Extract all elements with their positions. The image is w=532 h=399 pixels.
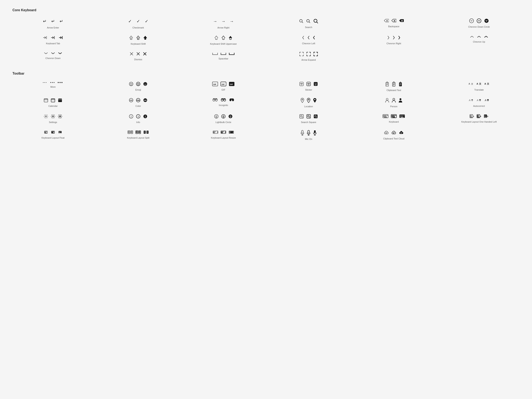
svg-rect-153 (307, 114, 310, 118)
svg-point-56 (143, 82, 147, 86)
translate-label: Translate (474, 88, 484, 91)
svg-point-200 (470, 115, 471, 116)
svg-point-55 (139, 83, 139, 84)
svg-point-245 (129, 132, 129, 133)
mic-on-label: Mic On (305, 138, 312, 140)
svg-line-152 (302, 117, 303, 118)
arrow-right-label: Arrow Right (217, 26, 229, 29)
svg-point-51 (130, 83, 131, 84)
svg-point-178 (392, 115, 392, 116)
arrow-right-icon-2: → (221, 18, 226, 24)
gif-icon-2: GIF (221, 82, 226, 86)
svg-point-70 (309, 83, 310, 84)
svg-point-277 (223, 132, 223, 132)
icon-group-chevron-up: Chevron Up (438, 35, 519, 45)
keyboard-layout-resize-icon-3 (228, 130, 234, 134)
spacebar-icon-1 (212, 52, 218, 55)
core-keyboard-title: Core Keyboard (13, 8, 519, 12)
svg-point-236 (60, 132, 60, 133)
svg-point-222 (45, 132, 46, 133)
more-icon-1 (43, 82, 48, 83)
icon-group-checkmark: ✓ ✓ ✓ Checkmark (98, 18, 179, 29)
svg-point-43 (46, 82, 47, 83)
incognito-icon-1 (212, 98, 218, 102)
chevron-down-circle-label: Chevron Down Circle (468, 25, 490, 28)
svg-point-263 (147, 131, 148, 132)
backspace-icon-3 (399, 18, 404, 23)
translate-icon-3: A文 (484, 82, 490, 86)
icon-row: → → → (212, 18, 235, 24)
svg-marker-23 (144, 36, 147, 38)
svg-point-191 (402, 115, 402, 116)
svg-point-122 (399, 98, 401, 100)
svg-point-134 (131, 115, 131, 116)
icon-row (44, 52, 62, 55)
svg-point-212 (484, 115, 485, 116)
person-icon-1 (385, 98, 389, 103)
arrow-right-icon-1: → (212, 18, 218, 24)
clipboard-text-cloud-icon-1 (384, 130, 389, 135)
svg-point-12 (469, 19, 474, 23)
svg-point-215 (485, 116, 486, 117)
keyboard-tab-icon-3 (58, 35, 63, 40)
person-label: Person (390, 105, 398, 108)
arrow-right-icon-3: → (229, 18, 235, 24)
svg-point-182 (395, 115, 396, 116)
keyboard-layout-one-handed-left-icon-2 (477, 114, 481, 118)
svg-point-175 (385, 116, 386, 117)
svg-rect-286 (302, 130, 303, 133)
svg-rect-113 (222, 99, 225, 100)
svg-point-192 (403, 115, 403, 116)
icon-row (43, 82, 63, 83)
svg-point-279 (222, 132, 222, 133)
chevron-up-icon-2 (477, 35, 481, 38)
svg-text:文: 文 (479, 82, 481, 85)
svg-rect-93 (44, 99, 48, 102)
svg-point-233 (60, 132, 60, 132)
chevron-right-icon-3 (398, 35, 401, 40)
icon-row (300, 130, 317, 135)
svg-point-106 (136, 98, 140, 102)
svg-point-45 (52, 82, 53, 83)
keyboard-shift-icon-2 (136, 35, 140, 40)
sticker-label: Sticker (305, 88, 312, 91)
arrow-enter-icon-1: ↵ (42, 18, 48, 24)
svg-point-264 (144, 132, 145, 133)
gif-icon-3: GIF (229, 82, 235, 86)
svg-point-57 (145, 83, 145, 84)
svg-point-194 (400, 116, 400, 117)
svg-point-203 (471, 116, 472, 117)
svg-point-73 (316, 83, 317, 84)
location-icon-3 (313, 98, 317, 103)
svg-point-154 (308, 115, 309, 117)
info-icon-2 (136, 114, 140, 119)
keyboard-tab-icon-2 (50, 35, 56, 40)
svg-point-253 (140, 131, 140, 132)
info-label: Info (136, 121, 140, 124)
svg-rect-217 (44, 131, 48, 133)
icon-row: A A A (469, 98, 490, 102)
chevron-up-label: Chevron Up (473, 40, 485, 43)
svg-rect-268 (213, 131, 218, 133)
svg-point-260 (144, 131, 145, 132)
icon-row (44, 130, 62, 134)
svg-rect-156 (314, 114, 317, 118)
svg-text:A: A (476, 99, 478, 102)
keyboard-layout-resize-label: Keyboard Layout Resize (211, 136, 236, 139)
svg-point-201 (471, 115, 472, 116)
icon-group-keyboard: Keyboard (353, 114, 434, 124)
svg-point-267 (147, 132, 148, 133)
chevron-left-icon-1 (302, 35, 305, 40)
checkmark-icon-3: ✓ (144, 18, 149, 24)
svg-rect-248 (136, 131, 138, 134)
svg-point-183 (392, 116, 392, 117)
keyboard-icon-3 (399, 114, 405, 118)
icon-group-autocorrect: A A A Autocorrect (438, 98, 519, 108)
search-square-icon-1 (299, 114, 304, 119)
icon-group-keyboard-shift: Keyboard Shift (98, 35, 179, 45)
svg-point-196 (402, 116, 402, 117)
svg-point-282 (230, 132, 230, 132)
svg-point-140 (145, 115, 146, 116)
svg-point-241 (129, 131, 129, 132)
icon-row: GIF GIF GIF (212, 82, 235, 86)
